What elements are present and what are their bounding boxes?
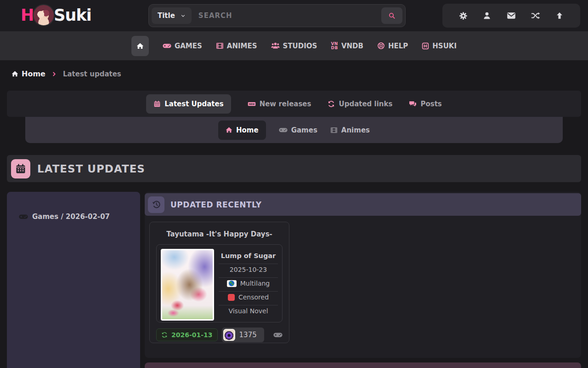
film-icon xyxy=(330,126,338,134)
film-icon xyxy=(216,42,224,50)
next-section-top-edge xyxy=(145,362,581,368)
nav-label: ANIMES xyxy=(227,42,257,50)
game-details: Lump of Sugar 2025-10-23 Multilang Censo… xyxy=(219,249,278,318)
nav-label: HELP xyxy=(388,42,408,50)
nav-item-games[interactable]: GAMES xyxy=(163,41,202,50)
game-studio[interactable]: Lump of Sugar xyxy=(219,250,278,261)
comments-icon xyxy=(409,100,417,108)
main-nav: GAMES ANIMES STUDIOS VNDB VNDB HELP HSUK… xyxy=(0,31,588,60)
subtab-home[interactable]: Home xyxy=(218,121,266,140)
home-icon xyxy=(136,42,144,50)
game-language-row: Multilang xyxy=(219,277,278,289)
censored-badge-icon xyxy=(228,294,235,301)
chevron-right-icon xyxy=(51,71,57,77)
updated-date: 2026-01-13 xyxy=(171,331,213,339)
gamepad-icon xyxy=(163,41,171,50)
logo-avatar xyxy=(33,4,55,26)
tab-label: Posts xyxy=(420,100,441,108)
history-icon xyxy=(148,196,164,213)
nav-item-animes[interactable]: ANIMES xyxy=(216,42,257,50)
uploader-avatar xyxy=(223,329,235,341)
tab-label: Latest Updates xyxy=(164,100,223,108)
subtab-label: Home xyxy=(236,126,259,134)
new-badge-icon xyxy=(248,100,256,108)
globe-icon xyxy=(227,280,237,287)
quick-actions xyxy=(442,4,580,28)
search-icon xyxy=(388,12,396,19)
h-square-icon xyxy=(422,42,429,50)
home-icon xyxy=(226,126,232,133)
sync-icon xyxy=(161,332,168,338)
tab-new-releases[interactable]: New releases xyxy=(248,100,311,108)
vndb-icon: VNDB xyxy=(331,42,338,50)
breadcrumb: Home Latest updates xyxy=(11,69,121,78)
nav-item-studios[interactable]: STUDIOS xyxy=(271,41,317,50)
nav-item-vndb[interactable]: VNDB VNDB xyxy=(331,42,363,50)
nav-label: HSUKI xyxy=(432,42,457,50)
tab-label: Updated links xyxy=(339,100,392,108)
game-language: Multilang xyxy=(240,280,270,287)
game-censorship-row: Censored xyxy=(219,291,278,303)
sync-icon xyxy=(328,100,335,108)
game-card-footer: 2026-01-13 1375 xyxy=(156,328,283,342)
sidebar-filter-label: Games / 2026-02-07 xyxy=(32,213,110,221)
gamepad-icon xyxy=(19,212,28,221)
gamepad-icon[interactable] xyxy=(273,330,283,339)
calendar-icon xyxy=(153,100,161,108)
tab-label: New releases xyxy=(260,100,311,108)
nav-label: GAMES xyxy=(175,42,202,50)
breadcrumb-current: Latest updates xyxy=(63,70,121,78)
breadcrumb-home-link[interactable]: Home xyxy=(11,69,45,78)
filters-sidebar: Games / 2026-02-07 xyxy=(7,192,140,368)
game-info-box: Lump of Sugar 2025-10-23 Multilang Censo… xyxy=(156,244,283,322)
tab-latest-updates[interactable]: Latest Updates xyxy=(146,94,231,114)
search-filter-label: Title xyxy=(158,12,175,20)
views-count: 1375 xyxy=(239,331,257,339)
subtab-label: Animes xyxy=(341,126,370,134)
updated-recently-header: UPDATED RECENTLY xyxy=(145,193,581,216)
nav-item-help[interactable]: HELP xyxy=(377,42,408,50)
views-pill[interactable]: 1375 xyxy=(222,328,264,342)
search-button[interactable] xyxy=(381,7,402,24)
panel-title: UPDATED RECENTLY xyxy=(170,200,262,209)
tab-updated-links[interactable]: Updated links xyxy=(328,100,392,108)
game-cover-image[interactable] xyxy=(161,249,214,321)
nav-item-hsuki[interactable]: HSUKI xyxy=(422,42,457,50)
shuffle-random-icon[interactable] xyxy=(531,11,540,20)
page-title: LATEST UPDATES xyxy=(37,163,145,175)
logo-text-h: H xyxy=(21,6,34,24)
search-filter-select[interactable]: Title xyxy=(152,7,192,24)
tab-posts[interactable]: Posts xyxy=(409,100,441,108)
user-icon[interactable] xyxy=(483,12,491,20)
subtab-animes[interactable]: Animes xyxy=(330,126,370,134)
calendar-icon xyxy=(11,159,30,178)
life-ring-icon xyxy=(377,42,385,50)
top-bar: H Suki Title xyxy=(0,0,588,31)
envelope-icon[interactable] xyxy=(507,11,516,20)
users-icon xyxy=(271,41,280,50)
home-icon xyxy=(11,70,18,77)
subtab-label: Games xyxy=(291,126,317,134)
gamepad-icon xyxy=(279,126,288,134)
game-censorship: Censored xyxy=(238,293,269,301)
tab-panel: Latest Updates New releases Updated link… xyxy=(7,91,581,117)
game-type: Visual Novel xyxy=(219,305,278,316)
nav-home-button[interactable] xyxy=(131,36,149,56)
section-header: LATEST UPDATES xyxy=(7,155,581,182)
game-title-link[interactable]: Tayutama -It's Happy Days- xyxy=(156,230,283,238)
nav-label: STUDIOS xyxy=(283,42,317,50)
search-bar: Title xyxy=(148,4,406,27)
arrow-up-icon[interactable] xyxy=(555,12,564,20)
subtab-games[interactable]: Games xyxy=(279,126,317,134)
nav-label: VNDB xyxy=(341,42,363,50)
logo-text-suki: Suki xyxy=(54,6,91,24)
subtab-bar: Home Games Animes xyxy=(25,117,563,143)
breadcrumb-home-label: Home xyxy=(22,69,45,78)
settings-gear-icon[interactable] xyxy=(459,12,468,20)
game-card: Tayutama -It's Happy Days- Lump of Sugar… xyxy=(149,222,289,343)
sidebar-filter-games-date[interactable]: Games / 2026-02-07 xyxy=(19,212,140,221)
chevron-down-icon xyxy=(181,13,186,18)
search-input[interactable] xyxy=(192,12,381,20)
updated-date-pill[interactable]: 2026-01-13 xyxy=(156,328,218,341)
site-logo[interactable]: H Suki xyxy=(21,4,91,26)
